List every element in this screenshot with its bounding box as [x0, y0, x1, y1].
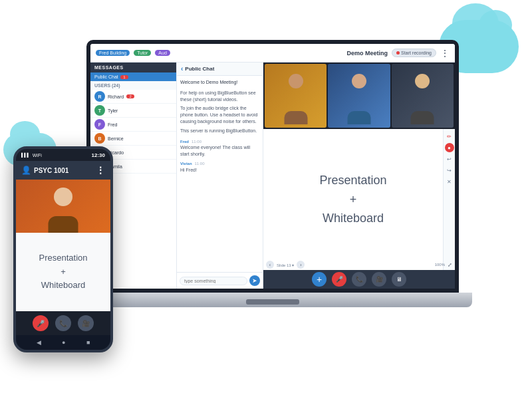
messages-header: MESSAGES [90, 63, 176, 72]
phone-wifi-icon: WiFi [33, 153, 42, 158]
avatar-richard: R [94, 91, 105, 102]
chat-text-vivian: Hi Fred! [180, 167, 259, 174]
video-button[interactable]: 🎥 [372, 272, 386, 287]
chat-send-button[interactable]: ➤ [249, 275, 260, 286]
presenter-badge: Fred Building [96, 50, 130, 56]
public-chat-label: Public Chat [94, 74, 118, 79]
chat-panel: ‹ Public Chat Welcome to Demo Meeting! F… [177, 63, 263, 289]
chat-msg-fred: Fred 11:00 Welcome everyone! The class w… [180, 138, 259, 158]
phone-signal-icon: ▌▌▌ [21, 153, 30, 157]
phone-topbar: 👤 PSYC 1001 ⋮ [16, 161, 110, 180]
users-header: USERS (24) [90, 81, 176, 90]
phone-button[interactable]: 📞 [352, 272, 366, 287]
slide-next-button[interactable]: › [297, 261, 305, 269]
person-body-3 [411, 111, 434, 124]
add-button[interactable]: + [312, 272, 327, 287]
slide-controls: ‹ Slide 13 ▾ › 100% ⤢ [263, 259, 455, 270]
chat-msg-vivian: Vivian 11:00 Hi Fred! [180, 160, 259, 174]
phone-call-icon: 📞 [59, 320, 67, 327]
phone-device: ▌▌▌ WiFi 12:30 👤 PSYC 1001 ⋮ [13, 146, 126, 366]
laptop-bottombar: + 🎤 📞 🎥 🖥 [263, 270, 455, 289]
person-head-2 [352, 74, 366, 88]
screen-icon: 🖥 [396, 276, 402, 283]
whiteboard-line3: Whiteboard [323, 211, 384, 225]
aud-badge: Aud [155, 50, 170, 56]
circle-tool-button[interactable]: ● [445, 143, 454, 152]
phone-user-icon: 👤 [21, 166, 31, 175]
phone-mic-icon: 🎤 [37, 320, 45, 327]
whiteboard-line2: + [350, 193, 357, 206]
video-section: Presentation + Whiteboard ✏ ● ↩ ↪ ✕ [263, 63, 455, 289]
whiteboard-line1: Presentation [319, 174, 386, 187]
menu-dots-icon[interactable]: ⋮ [440, 48, 450, 59]
laptop-main-area: MESSAGES Public Chat 1 USERS (24) R Rich… [90, 63, 455, 289]
phone-recents-button[interactable]: ■ [86, 339, 90, 346]
laptop-device: Fred Building Tutor Aud Demo Meeting Sta… [86, 40, 472, 319]
avatar-fred: F [94, 119, 105, 130]
mic-icon: 🎤 [336, 276, 343, 283]
user-name-richard: Richard [108, 94, 124, 99]
phone-back-button[interactable]: ◀ [37, 339, 41, 346]
user-item-richard[interactable]: R Richard 2 [90, 90, 176, 104]
zoom-level: 100% [435, 263, 445, 267]
phone-home-button[interactable]: ● [62, 339, 65, 346]
video-thumb-2 [328, 64, 390, 128]
chat-sender-vivian: Vivian [180, 162, 192, 166]
person-video-1 [265, 64, 327, 128]
screen-button[interactable]: 🖥 [392, 272, 406, 287]
person-head-3 [415, 74, 430, 88]
public-chat-tab[interactable]: Public Chat 1 [90, 72, 176, 81]
user-item-fred[interactable]: F Fred [90, 118, 176, 132]
back-arrow-icon[interactable]: ‹ [181, 65, 183, 72]
video-grid [263, 63, 455, 129]
phone-screen: ▌▌▌ WiFi 12:30 👤 PSYC 1001 ⋮ [16, 149, 110, 350]
mic-button[interactable]: 🎤 [332, 272, 346, 287]
user-item-bernice[interactable]: B Bernice [90, 132, 176, 146]
phone-menu-dots-icon[interactable]: ⋮ [96, 165, 105, 176]
laptop-topbar: Fred Building Tutor Aud Demo Meeting Sta… [90, 44, 455, 63]
user-name-bernice: Bernice [108, 136, 124, 141]
user-name-tyler: Tyler [108, 108, 118, 113]
phone-mic-button[interactable]: 🎤 [33, 315, 49, 331]
avatar-bernice: B [94, 133, 105, 144]
redo-tool-button[interactable]: ↪ [445, 166, 454, 175]
chat-time-fred: 11:00 [192, 140, 201, 144]
chat-input-area: ➤ [177, 272, 263, 289]
chat-input[interactable] [180, 277, 247, 285]
chat-sender-fred: Fred [180, 140, 189, 144]
chat-server-note: This server is running BigBlueButton. [180, 128, 259, 134]
phone-call-button[interactable]: 📞 [55, 315, 71, 331]
laptop-screen: Fred Building Tutor Aud Demo Meeting Sta… [86, 40, 459, 293]
whiteboard-text: Presentation + Whiteboard [319, 171, 386, 228]
phone-wb-line3: Whiteboard [41, 280, 85, 290]
phone-video-icon: 🎥 [82, 320, 90, 327]
user-item-tyler[interactable]: T Tyler [90, 104, 176, 118]
phone-video-button[interactable]: 🎥 [78, 315, 94, 331]
phone-person-body [49, 216, 78, 233]
richard-badge: 2 [126, 94, 134, 98]
pencil-tool-button[interactable]: ✏ [445, 132, 454, 141]
phone-status-bar: ▌▌▌ WiFi 12:30 [16, 149, 110, 161]
video-thumb-1 [265, 64, 327, 128]
slide-prev-button[interactable]: ‹ [266, 261, 274, 269]
video-icon: 🎥 [376, 276, 383, 283]
chat-badge: 1 [120, 75, 128, 79]
chat-text-fred: Welcome everyone! The class will start s… [180, 144, 259, 158]
user-name-fred: Fred [108, 122, 117, 127]
whiteboard-toolbar: ✏ ● ↩ ↪ ✕ [443, 129, 455, 270]
chat-panel-header: ‹ Public Chat [177, 63, 263, 76]
laptop-content: Fred Building Tutor Aud Demo Meeting Sta… [90, 44, 455, 289]
person-video-3 [392, 64, 454, 128]
fullscreen-button[interactable]: ⤢ [448, 262, 452, 268]
chat-time-vivian: 11:00 [195, 162, 205, 166]
phone-person-head [54, 188, 72, 206]
phone-nav-bar: ◀ ● ■ [16, 335, 110, 350]
undo-tool-button[interactable]: ↩ [445, 154, 454, 164]
phone-wb-line1: Presentation [39, 253, 88, 263]
add-icon: + [317, 274, 322, 285]
delete-tool-button[interactable]: ✕ [445, 177, 454, 186]
phone-person-video [16, 180, 110, 233]
record-dot-icon [396, 51, 400, 55]
record-button[interactable]: Start recording [392, 49, 436, 57]
person-head-1 [289, 74, 303, 88]
